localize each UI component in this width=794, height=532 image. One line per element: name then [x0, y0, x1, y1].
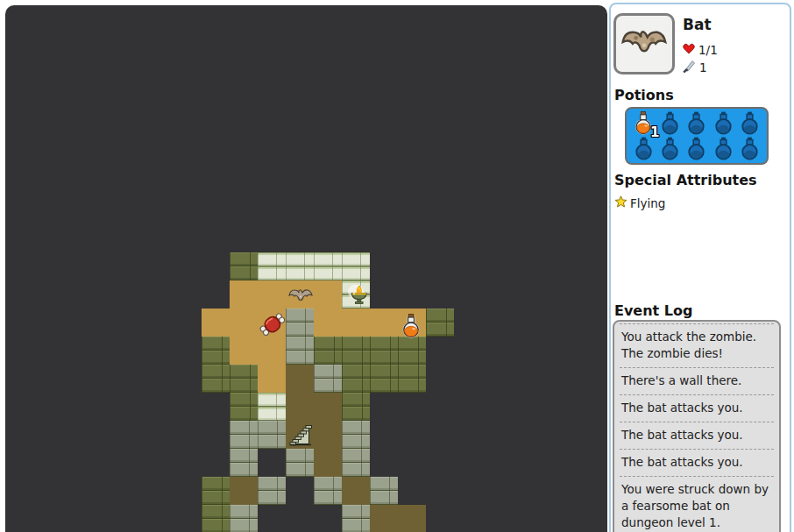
map-tile-tan-floor	[258, 280, 286, 309]
map-tile-stairs-down	[286, 421, 314, 449]
bat-portrait-icon	[620, 25, 669, 62]
map-tile-gray-brick-wall	[286, 337, 314, 365]
event-log-heading: Event Log	[614, 302, 692, 319]
potion-slot-5[interactable]	[737, 110, 763, 136]
hp-stat: 1/1	[683, 43, 718, 57]
map-tile-olive-brick-wall	[398, 365, 426, 393]
event-log[interactable]: You attack the zombie. The zombie dies!T…	[613, 320, 781, 532]
potion-item-sprite	[402, 314, 420, 342]
potion-slot-9[interactable]	[710, 136, 736, 161]
map-tile-gray-brick-wall	[342, 505, 370, 532]
map-tile-gray-brick-wall	[286, 309, 314, 337]
map-tile-gray-brick-wall	[370, 477, 398, 505]
map-tile-gray-brick-wall	[342, 421, 370, 449]
potion-slot-1[interactable]: 1	[630, 110, 656, 136]
star-icon	[614, 195, 627, 210]
map-tile-brown-floor	[286, 365, 314, 393]
map-tile-olive-brick-wall	[230, 393, 258, 421]
potion-slot-8[interactable]	[684, 136, 710, 161]
potion-slot-3[interactable]	[684, 110, 710, 136]
map-tile-olive-brick-wall	[370, 365, 398, 393]
map-tile-light-brick-wall	[314, 252, 342, 280]
map-tile-gray-brick-wall	[342, 449, 370, 477]
heart-icon	[683, 43, 695, 57]
potion-slot-10[interactable]	[737, 136, 763, 161]
map-tile-olive-brick-wall	[370, 337, 398, 365]
map-tile-olive-brick-wall	[202, 505, 230, 532]
map-tile-olive-brick-wall	[230, 365, 258, 393]
map-tile-tan-floor	[342, 309, 370, 337]
monster-portrait	[613, 13, 675, 74]
hp-value: 1/1	[698, 43, 718, 57]
map-tile-olive-brick-wall	[342, 365, 370, 393]
event-log-entry: You attack the zombie. The zombie dies!	[620, 323, 774, 367]
map-tile-tan-floor	[230, 280, 258, 309]
event-log-entry: The bat attacks you.	[620, 422, 774, 449]
potion-slot-2[interactable]	[656, 110, 683, 136]
meat-item-sprite	[258, 311, 287, 342]
map-tile-olive-brick-wall	[202, 477, 230, 505]
event-log-entry: The bat attacks you.	[620, 449, 774, 476]
map-tile-tan-floor	[314, 309, 342, 337]
map-tile-gray-brick-wall	[230, 505, 258, 532]
map-tile-tan-floor	[202, 309, 230, 337]
map-tile-tan-floor	[258, 365, 286, 393]
map-tile-tan-floor	[370, 309, 398, 337]
special-attribute-flying: Flying	[614, 195, 665, 210]
map-tile-tan-floor	[230, 337, 258, 365]
map-tile-olive-brick-wall	[230, 252, 258, 280]
potion-slot-4[interactable]	[710, 110, 736, 136]
map-tile-gray-brick-wall	[230, 421, 258, 449]
map-tile-brown-floor	[314, 421, 342, 449]
potion-slot-7[interactable]	[656, 136, 683, 161]
map-tile-olive-brick-wall	[342, 337, 370, 365]
torch-sprite	[348, 284, 371, 312]
map-tile-brown-floor	[398, 505, 426, 532]
potion-slot-6[interactable]	[630, 136, 656, 161]
event-log-entry: You were struck down by a fearsome bat o…	[620, 476, 774, 532]
map-tile-olive-brick-wall	[342, 393, 370, 421]
map-tile-gray-brick-wall	[314, 365, 342, 393]
attack-value: 1	[699, 60, 707, 74]
map-tile-brown-floor	[342, 477, 370, 505]
event-log-entry: There's a wall there.	[620, 367, 774, 394]
potions-heading: Potions	[614, 87, 674, 103]
potion-panel: 1	[625, 107, 769, 165]
map-tile-light-brick-wall	[258, 252, 286, 280]
map-tile-olive-brick-wall	[314, 337, 342, 365]
map-tile-olive-brick-wall	[426, 309, 454, 337]
map-tile-brown-floor	[286, 393, 314, 421]
map-tile-gray-brick-wall	[230, 449, 258, 477]
map-tile-brown-floor	[370, 505, 398, 532]
map-tile-brown-floor	[314, 393, 342, 421]
map-tile-light-brick-wall	[286, 252, 314, 280]
attack-stat: 1	[683, 60, 707, 75]
map-tile-tan-floor	[314, 280, 342, 309]
bat-monster-sprite	[287, 287, 314, 308]
event-log-entry: The bat attacks you.	[620, 394, 774, 422]
map-tile-light-brick-wall	[258, 393, 286, 421]
map-tile-brown-floor	[314, 449, 342, 477]
map-tile-tan-floor	[230, 309, 258, 337]
monster-name: Bat	[683, 16, 712, 33]
sidebar-panel: Bat 1/1 1 Potions 1 Special Attributes F…	[609, 3, 791, 532]
map-tile-olive-brick-wall	[202, 337, 230, 365]
dagger-icon	[683, 60, 696, 75]
map-tile-gray-brick-wall	[314, 477, 342, 505]
map-tile-gray-brick-wall	[258, 477, 286, 505]
map-tile-gray-brick-wall	[286, 449, 314, 477]
map-tile-light-brick-wall	[342, 252, 370, 280]
special-attributes-heading: Special Attributes	[614, 172, 757, 188]
map-tile-gray-brick-wall	[258, 421, 286, 449]
map-tile-olive-brick-wall	[202, 365, 230, 393]
map-tile-brown-floor	[230, 477, 258, 505]
game-canvas[interactable]	[5, 5, 607, 532]
special-attribute-label: Flying	[630, 196, 665, 210]
